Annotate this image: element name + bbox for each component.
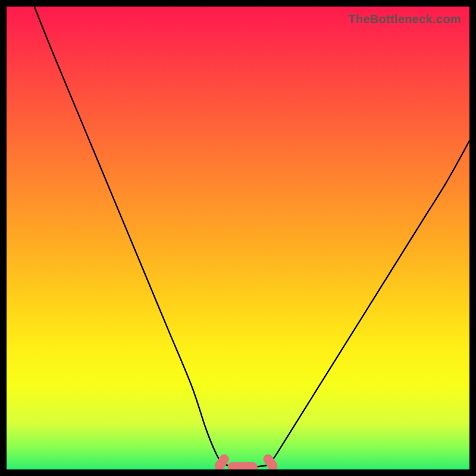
curve-path [35,7,469,467]
chart-plot-area: TheBottleneck.com [7,7,469,469]
curve-layer [7,7,469,469]
valley-markers [213,452,280,469]
chart-frame: TheBottleneck.com [0,0,476,476]
bottleneck-curve [35,7,469,467]
valley-marker [228,462,258,469]
